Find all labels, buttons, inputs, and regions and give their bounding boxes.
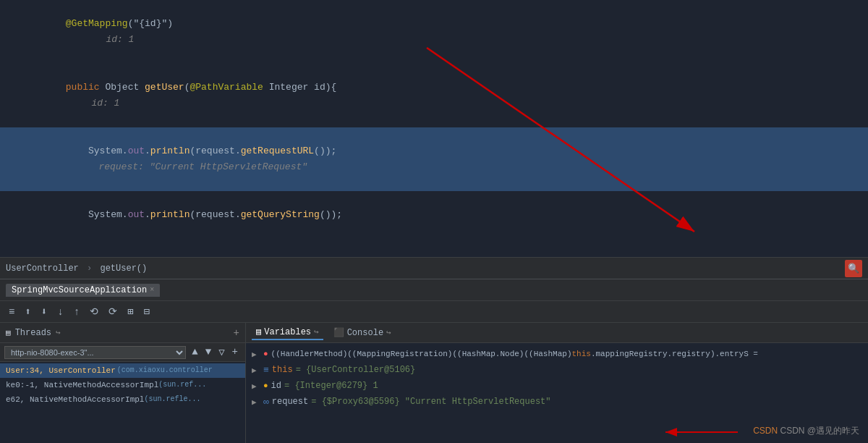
tool-step-over-icon[interactable]: ↓	[54, 305, 66, 319]
tool-step-out-icon[interactable]: ⟲	[87, 304, 101, 319]
var-item-2: ▶ ● id = {Integer@6279} 1	[246, 378, 868, 394]
stack-frame-0-name: User:34, UserController	[6, 365, 116, 376]
var-error-icon-0: ●	[263, 350, 268, 358]
var-expand-0[interactable]: ▶	[252, 350, 260, 359]
breadcrumb: UserController › getUser()	[6, 263, 841, 274]
var-content-0: ((HandlerMethod)((MappingRegistration)((…	[271, 350, 758, 358]
thread-nav-buttons: ▲ ▼ ▽ +	[189, 345, 241, 360]
thread-dropdown[interactable]: http-nio-8080-exec-3"...	[4, 346, 186, 359]
watermark-text: CSDN	[753, 426, 780, 436]
debug-tab-bar: SpringMvcSourceApplication ×	[0, 279, 868, 300]
watermark: CSDN CSDN @遇见的昨天	[753, 425, 859, 437]
var-item-1: ▶ ≡ this = {UserController@5106}	[246, 362, 868, 378]
debug-tab-label: SpringMvcSourceApplication	[12, 285, 147, 295]
threads-title: Threads	[15, 328, 51, 338]
stack-frame-1[interactable]: ke0:-1, NativeMethodAccessorImpl (sun.re…	[0, 378, 245, 392]
var-name-2: id	[271, 381, 281, 391]
thread-nav-down[interactable]: ▼	[203, 345, 214, 360]
debug-toolbar: ≡ ⬆ ⬇ ↓ ↑ ⟲ ⟳ ⊞ ⊟	[0, 300, 868, 322]
stack-frame-0-class: (com.xiaoxu.controller	[117, 365, 213, 376]
stack-frame-1-name: ke0:-1, NativeMethodAccessorImpl	[6, 379, 158, 391]
stack-frame-0[interactable]: User:34, UserController (com.xiaoxu.cont…	[0, 363, 245, 378]
var-item-0: ▶ ● ((HandlerMethod)((MappingRegistratio…	[246, 346, 868, 362]
var-value-3: = {$Proxy63@5596} "Current HttpServletRe…	[311, 397, 550, 407]
var-value-1: = {UserController@5106}	[296, 365, 416, 375]
var-name-1: this	[272, 365, 293, 375]
console-tab-label: Console	[347, 328, 383, 338]
tool-step-into-icon[interactable]: ↑	[71, 305, 82, 319]
vars-tab-label: Variables	[264, 327, 311, 337]
annotation-1: @GetMapping	[66, 18, 128, 29]
breadcrumb-sep: ›	[87, 263, 97, 274]
var-name-3: request	[272, 397, 308, 407]
code-line-2: public Object getUser(@PathVariable Inte…	[0, 64, 868, 127]
var-expand-2[interactable]: ▶	[252, 381, 260, 391]
var-icon-2: ●	[263, 381, 268, 390]
code-line-3: System.out.println(request.getRequestURL…	[0, 127, 868, 191]
breadcrumb-class: UserController	[6, 263, 79, 274]
watermark-author: CSDN @遇见的昨天	[780, 426, 859, 436]
search-button[interactable]: 🔍	[845, 260, 862, 277]
threads-controls: +	[234, 327, 239, 339]
stack-frames-list: User:34, UserController (com.xiaoxu.cont…	[0, 362, 245, 443]
tool-resume-icon[interactable]: ⬆	[22, 304, 33, 319]
variables-panel-header: ▤ Variables ↪ ⬛ Console ↪	[246, 323, 868, 343]
tab-console[interactable]: ⬛ Console ↪	[329, 326, 396, 339]
threads-add-btn[interactable]: +	[234, 327, 239, 339]
console-tab-arrow: ↪	[386, 328, 391, 337]
vars-tab-arrow: ↪	[314, 327, 319, 337]
code-line-4: System.out.println(request.getQueryStrin…	[0, 191, 868, 239]
code-editor: @GetMapping("{id}") id: 1 public Object …	[0, 0, 868, 257]
threads-icon: ▤	[6, 328, 11, 337]
breadcrumb-method: getUser()	[100, 263, 147, 274]
tool-evaluate-icon[interactable]: ⊞	[124, 304, 136, 319]
tool-pause-icon[interactable]: ⬇	[38, 304, 50, 319]
var-expand-3[interactable]: ▶	[252, 397, 260, 407]
code-line-5: System.out.println(request.getRemoteAddr…	[0, 239, 868, 257]
stack-frame-2-class: (sun.refle...	[144, 394, 200, 405]
var-icon-3: ∞	[263, 397, 269, 408]
debug-tab-spring[interactable]: SpringMvcSourceApplication ×	[6, 284, 160, 297]
var-item-3: ▶ ∞ request = {$Proxy63@5596} "Current H…	[246, 394, 868, 410]
stack-frame-2-name: e62, NativeMethodAccessorImpl	[6, 394, 144, 405]
threads-panel-header: ▤ Threads ↪ +	[0, 323, 245, 343]
threads-panel: ▤ Threads ↪ + http-nio-8080-exec-3"... ▲…	[0, 323, 246, 443]
thread-nav-up[interactable]: ▲	[189, 345, 200, 360]
tab-variables[interactable]: ▤ Variables ↪	[252, 325, 323, 340]
var-icon-1: ≡	[263, 365, 269, 376]
vars-tab-icon: ▤	[256, 326, 261, 337]
tool-settings-icon[interactable]: ⊟	[141, 304, 153, 319]
var-value-2: = {Integer@6279} 1	[284, 381, 378, 391]
tool-run-cursor-icon[interactable]: ⟳	[106, 304, 120, 319]
tool-menu-icon[interactable]: ≡	[6, 305, 17, 319]
stack-frame-1-class: (sun.ref...	[158, 379, 206, 391]
debug-panel: ▤ Threads ↪ + http-nio-8080-exec-3"... ▲…	[0, 322, 868, 443]
nav-bar: UserController › getUser() 🔍	[0, 257, 868, 279]
thread-selector-row: http-nio-8080-exec-3"... ▲ ▼ ▽ +	[0, 343, 245, 362]
code-line-1: @GetMapping("{id}") id: 1	[0, 0, 868, 64]
console-tab-icon: ⬛	[333, 327, 344, 338]
thread-filter-btn[interactable]: ▽	[216, 345, 227, 360]
var-expand-1[interactable]: ▶	[252, 366, 260, 375]
close-icon[interactable]: ×	[150, 286, 154, 294]
threads-arrow: ↪	[56, 328, 61, 337]
stack-frame-2[interactable]: e62, NativeMethodAccessorImpl (sun.refle…	[0, 392, 245, 407]
thread-add-btn[interactable]: +	[229, 345, 241, 360]
